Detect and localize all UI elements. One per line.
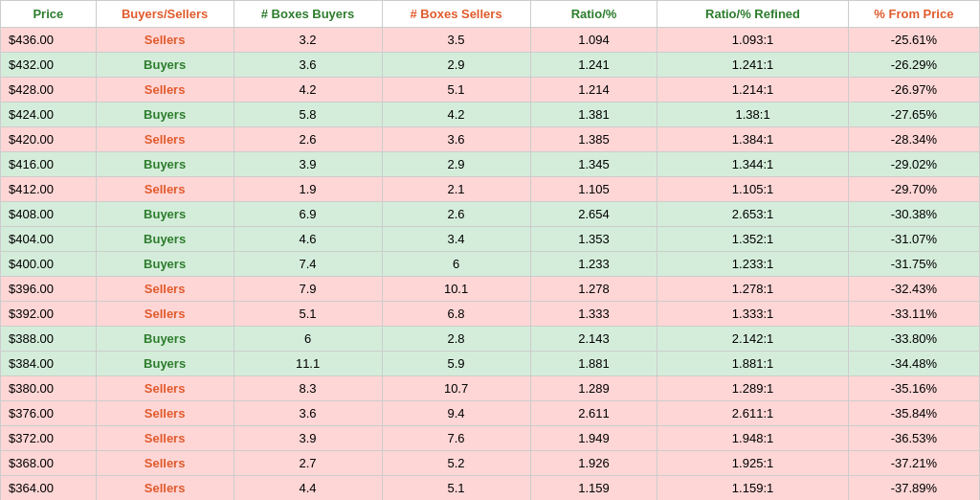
cell-box-buyers: 4.4 [234, 476, 382, 501]
cell-box-buyers: 6.9 [234, 202, 382, 227]
cell-ratio-refined: 1.278:1 [657, 277, 848, 302]
cell-ratio: 1.353 [530, 227, 657, 252]
cell-ratio-refined: 1.384:1 [657, 127, 848, 152]
cell-price: $388.00 [1, 327, 97, 352]
cell-from-price: -32.43% [848, 277, 979, 302]
cell-type: Sellers [96, 401, 234, 426]
table-row: $364.00Sellers4.45.11.1591.159:1-37.89% [1, 476, 980, 501]
cell-ratio-refined: 1.233:1 [657, 252, 848, 277]
cell-ratio: 1.926 [530, 451, 657, 476]
table-header-row: Price Buyers/Sellers # Boxes Buyers # Bo… [1, 1, 980, 28]
cell-ratio-refined: 2.611:1 [657, 401, 848, 426]
cell-box-buyers: 3.6 [234, 53, 382, 78]
cell-ratio: 1.214 [530, 78, 657, 102]
cell-from-price: -37.89% [848, 476, 979, 501]
cell-ratio-refined: 2.653:1 [657, 202, 848, 227]
cell-from-price: -35.84% [848, 401, 979, 426]
cell-type: Buyers [96, 152, 234, 177]
cell-ratio-refined: 1.925:1 [657, 451, 848, 476]
cell-box-sellers: 4.2 [382, 102, 530, 127]
table-row: $372.00Sellers3.97.61.9491.948:1-36.53% [1, 426, 980, 451]
cell-box-buyers: 4.2 [234, 78, 382, 102]
cell-type: Sellers [96, 177, 234, 202]
col-header-buyers-sellers: Buyers/Sellers [96, 1, 234, 28]
cell-type: Buyers [96, 252, 234, 277]
table-row: $392.00Sellers5.16.81.3331.333:1-33.11% [1, 302, 980, 327]
cell-box-buyers: 3.6 [234, 401, 382, 426]
cell-type: Sellers [96, 451, 234, 476]
cell-from-price: -29.02% [848, 152, 979, 177]
cell-type: Sellers [96, 426, 234, 451]
cell-box-buyers: 6 [234, 327, 382, 352]
cell-ratio-refined: 1.159:1 [657, 476, 848, 501]
col-header-boxes-buyers: # Boxes Buyers [234, 1, 382, 28]
col-header-price: Price [1, 1, 97, 28]
cell-ratio: 1.385 [530, 127, 657, 152]
cell-ratio: 1.949 [530, 426, 657, 451]
cell-from-price: -35.16% [848, 376, 979, 401]
cell-from-price: -33.80% [848, 327, 979, 352]
table-row: $384.00Buyers11.15.91.8811.881:1-34.48% [1, 352, 980, 376]
cell-price: $420.00 [1, 127, 97, 152]
cell-price: $372.00 [1, 426, 97, 451]
cell-box-sellers: 3.4 [382, 227, 530, 252]
cell-box-sellers: 9.4 [382, 401, 530, 426]
cell-from-price: -29.70% [848, 177, 979, 202]
cell-price: $400.00 [1, 252, 97, 277]
cell-ratio: 1.233 [530, 252, 657, 277]
cell-box-sellers: 2.1 [382, 177, 530, 202]
cell-type: Buyers [96, 102, 234, 127]
cell-box-sellers: 3.5 [382, 28, 530, 53]
table-row: $416.00Buyers3.92.91.3451.344:1-29.02% [1, 152, 980, 177]
cell-box-buyers: 5.8 [234, 102, 382, 127]
cell-box-buyers: 8.3 [234, 376, 382, 401]
table-row: $396.00Sellers7.910.11.2781.278:1-32.43% [1, 277, 980, 302]
cell-box-buyers: 3.9 [234, 152, 382, 177]
cell-ratio: 1.278 [530, 277, 657, 302]
cell-type: Sellers [96, 277, 234, 302]
cell-box-buyers: 2.6 [234, 127, 382, 152]
cell-ratio: 1.881 [530, 352, 657, 376]
cell-price: $380.00 [1, 376, 97, 401]
cell-from-price: -33.11% [848, 302, 979, 327]
cell-price: $392.00 [1, 302, 97, 327]
cell-type: Buyers [96, 202, 234, 227]
table-row: $368.00Sellers2.75.21.9261.925:1-37.21% [1, 451, 980, 476]
cell-price: $424.00 [1, 102, 97, 127]
cell-ratio-refined: 1.333:1 [657, 302, 848, 327]
cell-type: Sellers [96, 376, 234, 401]
cell-ratio: 1.159 [530, 476, 657, 501]
cell-from-price: -26.97% [848, 78, 979, 102]
cell-ratio-refined: 1.241:1 [657, 53, 848, 78]
cell-from-price: -27.65% [848, 102, 979, 127]
cell-ratio-refined: 1.105:1 [657, 177, 848, 202]
cell-box-sellers: 5.1 [382, 476, 530, 501]
cell-price: $368.00 [1, 451, 97, 476]
cell-box-buyers: 2.7 [234, 451, 382, 476]
cell-box-buyers: 3.9 [234, 426, 382, 451]
cell-box-sellers: 3.6 [382, 127, 530, 152]
cell-type: Buyers [96, 352, 234, 376]
table-row: $420.00Sellers2.63.61.3851.384:1-28.34% [1, 127, 980, 152]
cell-type: Sellers [96, 28, 234, 53]
cell-ratio: 2.611 [530, 401, 657, 426]
cell-box-sellers: 7.6 [382, 426, 530, 451]
cell-price: $436.00 [1, 28, 97, 53]
cell-from-price: -34.48% [848, 352, 979, 376]
cell-price: $364.00 [1, 476, 97, 501]
cell-box-buyers: 4.6 [234, 227, 382, 252]
cell-type: Sellers [96, 78, 234, 102]
cell-box-buyers: 1.9 [234, 177, 382, 202]
table-row: $388.00Buyers62.82.1432.142:1-33.80% [1, 327, 980, 352]
table-row: $412.00Sellers1.92.11.1051.105:1-29.70% [1, 177, 980, 202]
cell-from-price: -30.38% [848, 202, 979, 227]
cell-box-sellers: 10.7 [382, 376, 530, 401]
cell-box-buyers: 11.1 [234, 352, 382, 376]
cell-box-sellers: 5.2 [382, 451, 530, 476]
cell-type: Sellers [96, 127, 234, 152]
cell-box-sellers: 2.9 [382, 152, 530, 177]
cell-box-sellers: 10.1 [382, 277, 530, 302]
table-row: $424.00Buyers5.84.21.3811.38:1-27.65% [1, 102, 980, 127]
cell-type: Sellers [96, 476, 234, 501]
cell-ratio-refined: 1.948:1 [657, 426, 848, 451]
